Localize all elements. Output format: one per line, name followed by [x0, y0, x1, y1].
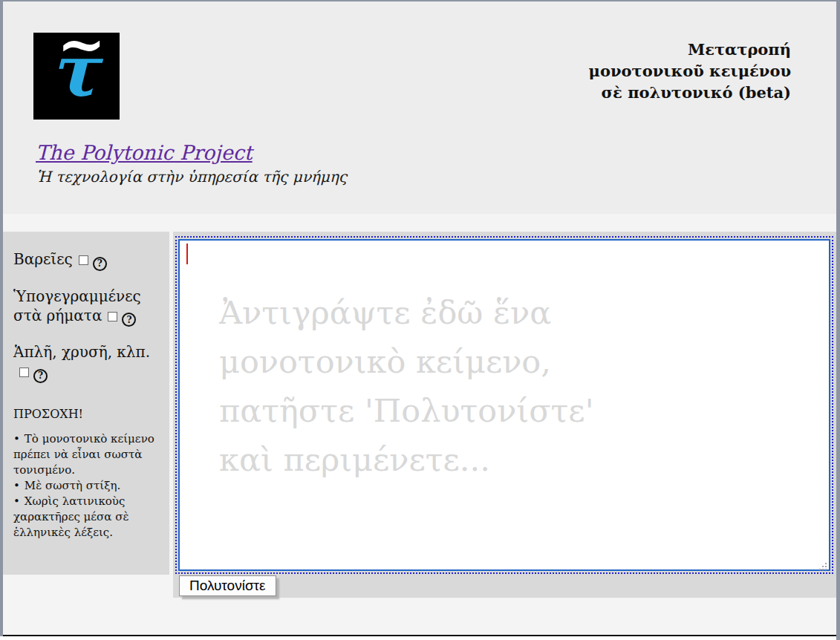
- question-glyph: ?: [38, 366, 43, 385]
- warning-item-text: Μὲ σωστὴ στίξη.: [25, 479, 120, 492]
- monotonic-text-input[interactable]: Ἀντιγράψτε ἐδῶ ἕνα μονοτονικὸ κείμενο, π…: [178, 239, 830, 571]
- resize-grip-icon[interactable]: [819, 560, 827, 568]
- warning-item: •Τὸ μονοτονικὸ κείμενο πρέπει νὰ εἶναι σ…: [13, 431, 154, 478]
- page-title-line-1: Μετατροπή: [589, 39, 791, 60]
- placeholder-line-3: πατῆστε 'Πολυτονίστε': [219, 386, 593, 435]
- placeholder-line-4: καὶ περιμένετε...: [219, 435, 593, 484]
- footer-rule: [0, 635, 840, 636]
- warning-title: ΠΡΟΣΟΧΗ!: [13, 407, 162, 421]
- option-ypogegrammenes: Ὑπογεγραμμένες στὰ ρήματα?: [13, 287, 162, 327]
- warning-item: •Χωρὶς λατινικοὺς χαρακτῆρες μέσα σὲ ἑλλ…: [13, 494, 154, 541]
- warning-item: •Μὲ σωστὴ στίξη.: [13, 478, 154, 494]
- vareies-help-icon[interactable]: ?: [93, 257, 107, 271]
- option-vareies: Βαρεῖες?: [13, 249, 162, 271]
- text-caret: [186, 244, 188, 264]
- option-apli-chrysi: Ἁπλῆ, χρυσῆ, κλπ.?: [13, 342, 162, 383]
- site-logo: ~ τ: [33, 33, 120, 120]
- header: ~ τ Μετατροπή μονοτονικοῦ κειμένου σὲ πο…: [3, 1, 836, 214]
- question-glyph: ?: [126, 310, 131, 330]
- window-border-top: [0, 0, 840, 1]
- page-title-line-2: μονοτονικοῦ κειμένου: [589, 60, 791, 82]
- bullet-icon: •: [13, 479, 20, 492]
- question-glyph: ?: [97, 254, 102, 273]
- bullet-icon: •: [13, 494, 20, 508]
- placeholder-line-2: μονοτονικὸ κείμενο,: [219, 337, 593, 386]
- apli-chrysi-checkbox[interactable]: [19, 368, 29, 377]
- window-border-left: [0, 0, 3, 636]
- apli-chrysi-help-icon[interactable]: ?: [33, 369, 48, 383]
- main-panel: Ἀντιγράψτε ἐδῶ ἕνα μονοτονικὸ κείμενο, π…: [173, 232, 836, 598]
- vareies-checkbox[interactable]: [79, 255, 88, 265]
- page-title: Μετατροπή μονοτονικοῦ κειμένου σὲ πολυτο…: [589, 39, 791, 103]
- polytonise-button[interactable]: Πολυτονίστε: [179, 575, 276, 596]
- warning-item-text: Τὸ μονοτονικὸ κείμενο πρέπει νὰ εἶναι σω…: [13, 432, 154, 477]
- placeholder-line-1: Ἀντιγράψτε ἐδῶ ἕνα: [219, 288, 593, 337]
- tagline: Ἡ τεχνολογία στὴν ὑπηρεσία τῆς μνήμης: [36, 168, 347, 186]
- page: ~ τ Μετατροπή μονοτονικοῦ κειμένου σὲ πο…: [0, 0, 840, 640]
- option-vareies-label: Βαρεῖες: [13, 250, 73, 268]
- ypogegrammenes-checkbox[interactable]: [108, 312, 117, 321]
- window-border-right: [836, 0, 840, 640]
- polytonic-project-link[interactable]: The Polytonic Project: [36, 141, 253, 164]
- options-sidebar: Βαρεῖες? Ὑπογεγραμμένες στὰ ρήματα? Ἁπλῆ…: [3, 232, 169, 575]
- option-apli-chrysi-label: Ἁπλῆ, χρυσῆ, κλπ.: [13, 343, 150, 361]
- bullet-icon: •: [13, 432, 20, 445]
- input-placeholder: Ἀντιγράψτε ἐδῶ ἕνα μονοτονικὸ κείμενο, π…: [219, 288, 593, 484]
- page-title-line-3: σὲ πολυτονικό (beta): [589, 82, 791, 103]
- ypogegrammenes-help-icon[interactable]: ?: [122, 313, 136, 327]
- logo-tau-glyph: τ: [50, 33, 98, 114]
- warning-item-text: Χωρὶς λατινικοὺς χαρακτῆρες μέσα σὲ ἑλλη…: [13, 494, 129, 539]
